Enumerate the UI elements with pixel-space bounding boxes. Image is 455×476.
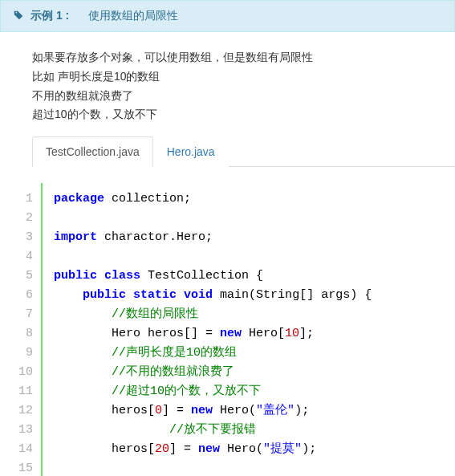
line-number: 2 <box>18 209 33 228</box>
code-line <box>54 247 372 266</box>
code-line: heros[20] = new Hero("提莫"); <box>54 440 372 459</box>
description-line: 不用的数组就浪费了 <box>32 87 443 106</box>
line-number: 9 <box>18 344 33 363</box>
file-tabs: TestCollection.java Hero.java <box>32 136 455 167</box>
code-line: //不用的数组就浪费了 <box>54 363 372 382</box>
line-number: 6 <box>18 286 33 305</box>
tag-icon <box>13 10 24 23</box>
code-block: 1234567891011121314151617 package collec… <box>12 183 443 476</box>
code-line: public static void main(String[] args) { <box>54 286 372 305</box>
line-number: 1 <box>18 189 33 209</box>
line-number: 3 <box>18 228 33 247</box>
code-line: //超过10的个数，又放不下 <box>54 382 372 401</box>
code-line: //声明长度是10的数组 <box>54 344 372 363</box>
line-number: 12 <box>18 401 33 421</box>
line-number: 14 <box>18 440 33 459</box>
code-line <box>54 209 372 228</box>
code-line: //放不下要报错 <box>54 421 372 440</box>
line-number: 8 <box>18 324 33 344</box>
code-content: package collection; import charactor.Her… <box>43 183 372 476</box>
code-line: import charactor.Hero; <box>54 228 372 247</box>
line-number: 5 <box>18 266 33 286</box>
example-banner: 示例 1 : 使用数组的局限性 <box>0 0 455 32</box>
code-line: //数组的局限性 <box>54 305 372 324</box>
code-line: Hero heros[] = new Hero[10]; <box>54 324 372 344</box>
line-number: 11 <box>18 382 33 401</box>
code-line: public class TestCollection { <box>54 266 372 286</box>
description-block: 如果要存放多个对象，可以使用数组，但是数组有局限性 比如 声明长度是10的数组 … <box>0 32 455 136</box>
line-number: 10 <box>18 363 33 382</box>
code-line: heros[0] = new Hero("盖伦"); <box>54 401 372 421</box>
description-line: 如果要存放多个对象，可以使用数组，但是数组有局限性 <box>32 48 443 67</box>
line-number: 7 <box>18 305 33 324</box>
example-title: 使用数组的局限性 <box>88 9 178 23</box>
line-number: 15 <box>18 459 33 476</box>
code-line <box>54 459 372 476</box>
line-number: 4 <box>18 247 33 266</box>
description-line: 超过10的个数，又放不下 <box>32 105 443 124</box>
line-numbers: 1234567891011121314151617 <box>12 183 43 476</box>
code-line: package collection; <box>54 189 372 209</box>
example-label: 示例 1 : <box>30 9 69 23</box>
tab-testcollection[interactable]: TestCollection.java <box>32 136 153 167</box>
description-line: 比如 声明长度是10的数组 <box>32 67 443 87</box>
line-number: 13 <box>18 421 33 440</box>
tab-hero[interactable]: Hero.java <box>153 136 229 167</box>
